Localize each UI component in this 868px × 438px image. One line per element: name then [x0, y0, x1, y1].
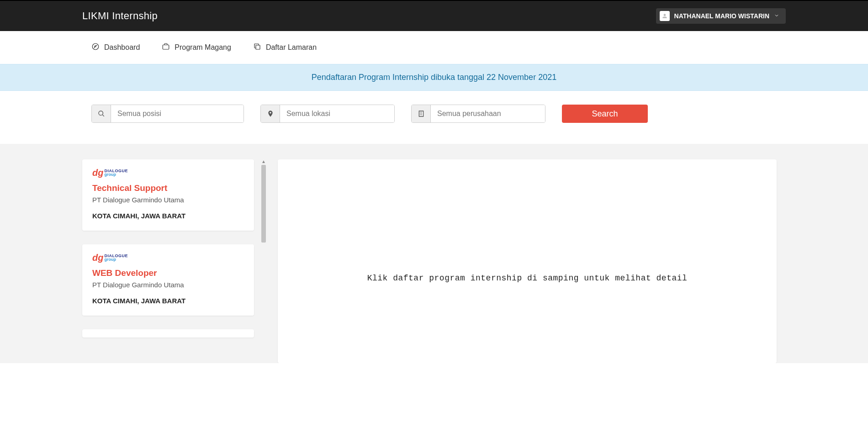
compass-icon	[91, 42, 100, 53]
svg-rect-3	[256, 45, 260, 49]
listing-location: KOTA CIMAHI, JAWA BARAT	[92, 297, 244, 305]
location-input[interactable]	[280, 105, 394, 122]
listing-card-partial[interactable]	[82, 329, 254, 338]
user-menu[interactable]: NATHANAEL MARIO WISTARIN	[656, 8, 786, 24]
scroll-thumb[interactable]	[261, 165, 266, 243]
nav-dashboard[interactable]: Dashboard	[91, 42, 140, 53]
search-bar: Search	[0, 91, 868, 144]
scrollbar[interactable]: ▲	[261, 159, 266, 351]
nav-program-label: Program Magang	[175, 43, 231, 52]
main-nav: Dashboard Program Magang Daftar Lamaran	[0, 31, 868, 64]
location-pin-icon	[261, 105, 280, 122]
company-logo: dg DIALOGUE group	[92, 253, 244, 262]
logo-mark: dg	[92, 253, 103, 262]
svg-marker-1	[95, 46, 97, 48]
listing-title: WEB Developer	[92, 268, 244, 278]
scroll-up-icon: ▲	[261, 159, 266, 164]
position-field-group	[91, 105, 244, 123]
logo-text: DIALOGUE group	[104, 169, 128, 176]
listing-title: Technical Support	[92, 183, 244, 193]
logo-mark: dg	[92, 169, 103, 177]
chevron-down-icon	[774, 12, 779, 20]
building-icon	[412, 105, 431, 122]
detail-panel: Klik daftar program internship di sampin…	[278, 159, 777, 363]
logo-text: DIALOGUE group	[104, 254, 128, 261]
briefcase-icon	[162, 42, 170, 53]
search-button[interactable]: Search	[562, 105, 648, 123]
listing-company: PT Dialogue Garmindo Utama	[92, 281, 244, 289]
nav-daftar-lamaran[interactable]: Daftar Lamaran	[253, 42, 317, 53]
info-banner: Pendaftaran Program Internship dibuka ta…	[0, 64, 868, 91]
user-avatar-icon	[660, 11, 670, 21]
listing-card[interactable]: dg DIALOGUE group Technical Support PT D…	[82, 159, 254, 231]
nav-lamaran-label: Daftar Lamaran	[266, 43, 317, 52]
user-name: NATHANAEL MARIO WISTARIN	[674, 12, 769, 20]
brand-title: LIKMI Internship	[82, 10, 158, 22]
nav-dashboard-label: Dashboard	[104, 43, 140, 52]
position-input[interactable]	[111, 105, 243, 122]
nav-program-magang[interactable]: Program Magang	[162, 42, 231, 53]
listing-location: KOTA CIMAHI, JAWA BARAT	[92, 212, 244, 220]
listing-company: PT Dialogue Garmindo Utama	[92, 196, 244, 204]
detail-placeholder-text: Klik daftar program internship di sampin…	[367, 274, 688, 363]
listing-card[interactable]: dg DIALOGUE group WEB Developer PT Dialo…	[82, 244, 254, 316]
top-bar: LIKMI Internship NATHANAEL MARIO WISTARI…	[0, 0, 868, 31]
company-logo: dg DIALOGUE group	[92, 169, 244, 177]
location-field-group	[260, 105, 395, 123]
search-icon	[92, 105, 111, 122]
svg-rect-2	[163, 45, 169, 49]
company-field-group	[411, 105, 545, 123]
content-area: dg DIALOGUE group Technical Support PT D…	[0, 144, 868, 363]
company-input[interactable]	[431, 105, 545, 122]
listing-column: dg DIALOGUE group Technical Support PT D…	[82, 159, 266, 363]
copy-icon	[253, 42, 261, 53]
